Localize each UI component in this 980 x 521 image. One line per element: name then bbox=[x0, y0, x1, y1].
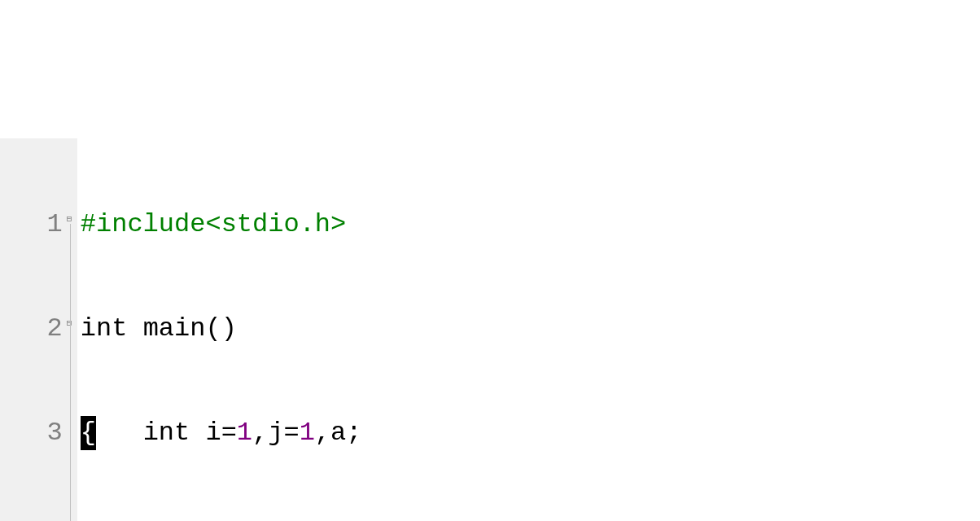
fold-gutter: ⊟ ⊟ bbox=[66, 138, 77, 521]
cursor: { bbox=[81, 416, 96, 451]
number-literal: 1 bbox=[300, 418, 315, 448]
preprocessor-text: #include<stdio.h> bbox=[81, 209, 346, 239]
code-text: ,j= bbox=[252, 418, 300, 448]
fold-guide bbox=[70, 224, 71, 521]
code-editor: 1 2 3 4 5 6 7 8 9 10 11 12 13 14 15 ⊟ ⊟ … bbox=[0, 138, 980, 521]
code-text: int main() bbox=[81, 313, 237, 344]
line-number[interactable]: 2 bbox=[0, 312, 63, 347]
line-number[interactable]: 3 bbox=[0, 416, 63, 451]
number-literal: 1 bbox=[237, 418, 252, 448]
code-area[interactable]: #include<stdio.h> int main() { int i=1,j… bbox=[77, 138, 980, 521]
code-text: ,a; bbox=[315, 418, 362, 448]
line-number[interactable]: 1 bbox=[0, 208, 63, 243]
line-number-gutter: 1 2 3 4 5 6 7 8 9 10 11 12 13 14 15 bbox=[0, 138, 66, 521]
code-line[interactable]: int main() bbox=[81, 312, 980, 347]
code-line[interactable]: #include<stdio.h> bbox=[81, 208, 980, 243]
code-line[interactable]: { int i=1,j=1,a; bbox=[81, 416, 980, 451]
code-text: int i= bbox=[96, 418, 237, 448]
